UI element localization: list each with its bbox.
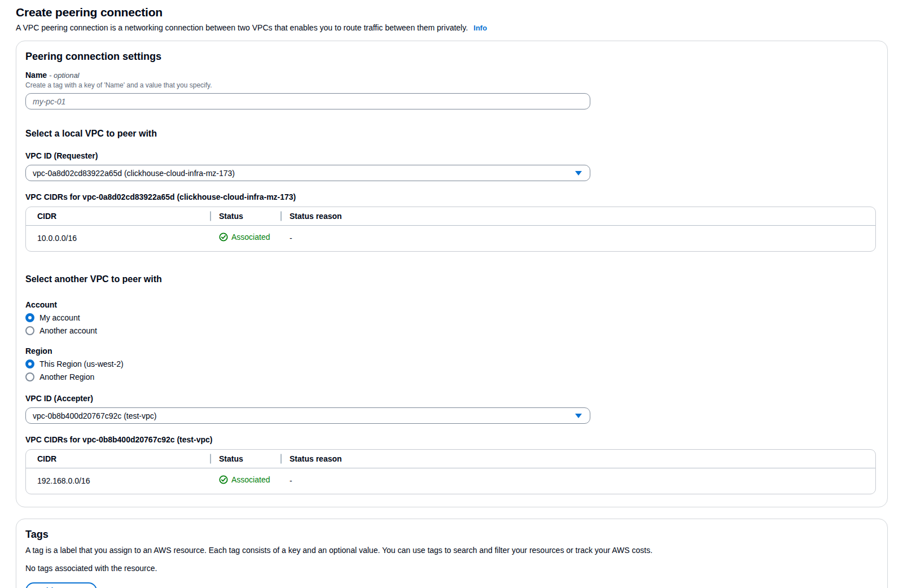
column-divider bbox=[280, 454, 282, 464]
name-field-group: Name - optional Create a tag with a key … bbox=[25, 71, 876, 109]
chevron-down-icon bbox=[575, 414, 582, 418]
accepter-cidr-table: CIDR Status Status reason 192.168.0.0/16 bbox=[26, 450, 875, 490]
status-reason-cell: - bbox=[280, 468, 875, 491]
radio-selected-icon bbox=[25, 359, 34, 368]
page-description-text: A VPC peering connection is a networking… bbox=[16, 23, 468, 32]
region-radio-group: Region This Region (us-west-2) Another R… bbox=[25, 346, 876, 381]
other-vpc-heading: Select another VPC to peer with bbox=[25, 274, 876, 284]
radio-selected-icon bbox=[25, 313, 34, 322]
column-header-status-reason: Status reason bbox=[280, 207, 875, 226]
table-row: 10.0.0.0/16 Associated - bbox=[26, 226, 875, 248]
accepter-vpc-field-group: VPC ID (Accepter) vpc-0b8b400d20767c92c … bbox=[25, 394, 876, 424]
tags-panel: Tags A tag is a label that you assign to… bbox=[16, 519, 888, 588]
local-vpc-heading: Select a local VPC to peer with bbox=[25, 129, 876, 139]
column-header-status: Status bbox=[210, 450, 280, 468]
requester-cidrs-group: VPC CIDRs for vpc-0a8d02cd83922a65d (cli… bbox=[25, 192, 876, 252]
column-divider bbox=[210, 454, 211, 464]
requester-cidr-table: CIDR Status Status reason 10.0.0.0/16 bbox=[26, 207, 875, 248]
requester-cidrs-label: VPC CIDRs for vpc-0a8d02cd83922a65d (cli… bbox=[25, 192, 876, 201]
radio-option-another-region[interactable]: Another Region bbox=[25, 372, 876, 381]
name-input[interactable] bbox=[25, 93, 590, 109]
radio-option-my-account[interactable]: My account bbox=[25, 313, 876, 322]
accepter-vpc-select[interactable]: vpc-0b8b400d20767c92c (test-vpc) bbox=[25, 407, 590, 424]
status-cell: Associated bbox=[210, 468, 280, 491]
accepter-cidrs-group: VPC CIDRs for vpc-0b8b400d20767c92c (tes… bbox=[25, 435, 876, 494]
account-radio-group: Account My account Another account bbox=[25, 300, 876, 335]
accepter-cidrs-label: VPC CIDRs for vpc-0b8b400d20767c92c (tes… bbox=[25, 435, 876, 444]
name-optional-label: - optional bbox=[49, 71, 79, 80]
success-check-icon bbox=[219, 232, 228, 242]
column-divider bbox=[210, 212, 211, 221]
requester-vpc-field-group: VPC ID (Requester) vpc-0a8d02cd83922a65d… bbox=[25, 151, 876, 181]
requester-cidr-table-card: CIDR Status Status reason 10.0.0.0/16 bbox=[25, 207, 876, 252]
column-header-status: Status bbox=[210, 207, 280, 226]
info-link[interactable]: Info bbox=[474, 24, 487, 32]
status-badge: Associated bbox=[231, 475, 270, 484]
cidr-cell: 192.168.0.0/16 bbox=[26, 468, 210, 491]
chevron-down-icon bbox=[575, 171, 582, 175]
accepter-vpc-label: VPC ID (Accepter) bbox=[25, 394, 876, 403]
column-header-status-reason: Status reason bbox=[280, 450, 875, 468]
peering-settings-panel: Peering connection settings Name - optio… bbox=[16, 41, 888, 507]
tags-description: A tag is a label that you assign to an A… bbox=[25, 546, 876, 555]
add-new-tag-button[interactable]: Add new tag bbox=[25, 582, 97, 588]
tags-heading: Tags bbox=[25, 529, 876, 541]
page-description: A VPC peering connection is a networking… bbox=[16, 23, 888, 32]
radio-option-another-account[interactable]: Another account bbox=[25, 326, 876, 335]
name-field-description: Create a tag with a key of 'Name' and a … bbox=[25, 81, 876, 89]
page-title: Create peering connection bbox=[16, 6, 888, 19]
account-label: Account bbox=[25, 300, 876, 309]
tags-empty-text: No tags associated with the resource. bbox=[25, 564, 876, 573]
status-cell: Associated bbox=[210, 226, 280, 248]
radio-unselected-icon bbox=[25, 372, 34, 381]
radio-option-this-region[interactable]: This Region (us-west-2) bbox=[25, 359, 876, 368]
status-badge: Associated bbox=[231, 232, 270, 242]
accepter-vpc-selected-value: vpc-0b8b400d20767c92c (test-vpc) bbox=[33, 411, 156, 420]
region-label: Region bbox=[25, 346, 876, 356]
column-divider bbox=[280, 212, 282, 221]
settings-heading: Peering connection settings bbox=[25, 51, 876, 63]
requester-vpc-label: VPC ID (Requester) bbox=[25, 151, 876, 160]
cidr-cell: 10.0.0.0/16 bbox=[26, 226, 210, 248]
requester-vpc-select[interactable]: vpc-0a8d02cd83922a65d (clickhouse-cloud-… bbox=[25, 165, 590, 181]
table-row: 192.168.0.0/16 Associated bbox=[26, 468, 875, 491]
column-header-cidr: CIDR bbox=[26, 450, 210, 468]
create-peering-connection-page: Create peering connection A VPC peering … bbox=[0, 0, 903, 588]
requester-vpc-selected-value: vpc-0a8d02cd83922a65d (clickhouse-cloud-… bbox=[33, 169, 235, 178]
accepter-cidr-table-card: CIDR Status Status reason 192.168.0.0/16 bbox=[25, 449, 876, 494]
status-reason-cell: - bbox=[280, 226, 875, 248]
column-header-cidr: CIDR bbox=[26, 207, 210, 226]
success-check-icon bbox=[219, 475, 228, 484]
radio-unselected-icon bbox=[25, 326, 34, 335]
name-label: Name bbox=[25, 71, 47, 80]
